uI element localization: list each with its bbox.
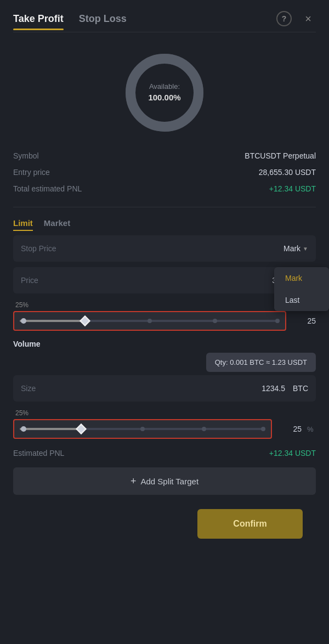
tab-take-profit[interactable]: Take Profit — [13, 13, 64, 30]
slider2-tick-75 — [202, 427, 206, 431]
order-tab-market[interactable]: Market — [44, 218, 70, 231]
price-section: Price 35223.3 L Mark Last — [0, 267, 329, 299]
slider2-diamond-thumb[interactable] — [76, 423, 87, 434]
stop-price-label: Stop Price — [21, 244, 283, 253]
add-split-label: Add Split Target — [140, 477, 198, 486]
size-unit: BTC — [293, 384, 308, 393]
slider1-tick-75 — [213, 319, 217, 323]
slider2-track[interactable] — [13, 419, 272, 439]
entry-price-row: Entry price 28,655.30 USDT — [13, 164, 316, 180]
slider2-value: 25 — [277, 425, 302, 433]
tooltip-wrapper: Qty: 0.001 BTC ≈ 1.23 USDT — [0, 353, 329, 372]
slider2-tick-50 — [140, 427, 145, 431]
estimated-pnl-value: +12.34 USDT — [269, 449, 316, 457]
donut-chart: Available: 100.00% — [121, 49, 208, 137]
slider2-left-thumb — [21, 426, 26, 432]
donut-value: 100.00% — [148, 92, 180, 104]
price-row: Price 35223.3 L — [13, 267, 316, 293]
size-value: 1234.5 — [262, 384, 285, 393]
estimated-pnl-label: Estimated PNL — [13, 449, 64, 457]
total-pnl-label: Total estimated PNL — [13, 184, 82, 193]
volume-label: Volume — [0, 336, 329, 353]
slider1-percent-label: 25% — [15, 301, 316, 309]
symbol-label: Symbol — [13, 151, 39, 160]
mark-last-dropdown: Mark Last — [274, 267, 329, 311]
dropdown-option-last[interactable]: Last — [274, 289, 329, 311]
slider1-track[interactable] — [13, 311, 286, 331]
header: Take Profit Stop Loss ? × — [0, 0, 329, 32]
header-icons: ? × — [276, 11, 316, 32]
donut-center: Available: 100.00% — [148, 82, 180, 103]
entry-price-label: Entry price — [13, 168, 50, 177]
modal-container: Take Profit Stop Loss ? × Available: 100… — [0, 0, 329, 644]
slider1-left-thumb — [21, 318, 26, 324]
size-label: Size — [21, 384, 262, 393]
close-button[interactable]: × — [300, 11, 316, 26]
slider2-row: 25 % — [13, 419, 316, 439]
info-section: Symbol BTCUSDT Perpetual Entry price 28,… — [0, 148, 329, 197]
slider2-fill — [20, 428, 81, 430]
dropdown-option-mark[interactable]: Mark — [274, 267, 329, 289]
slider1-tick-50 — [148, 319, 152, 323]
mark-dropdown-value: Mark — [283, 244, 300, 253]
slider2-unit: % — [307, 425, 316, 433]
section-divider-1 — [13, 207, 316, 207]
help-button[interactable]: ? — [276, 11, 292, 26]
symbol-row: Symbol BTCUSDT Perpetual — [13, 148, 316, 164]
mark-dropdown[interactable]: Mark ▼ — [283, 244, 308, 253]
estimated-pnl-row: Estimated PNL +12.34 USDT — [0, 444, 329, 462]
slider1-tick-100 — [275, 319, 280, 323]
order-tabs: Limit Market — [0, 212, 329, 235]
order-tab-limit[interactable]: Limit — [13, 218, 33, 231]
donut-label: Available: — [148, 82, 180, 92]
plus-icon: + — [131, 476, 137, 487]
volume-tooltip: Qty: 0.001 BTC ≈ 1.23 USDT — [206, 353, 316, 372]
slider2-tick-100 — [261, 427, 265, 431]
size-row: Size 1234.5 BTC — [13, 375, 316, 402]
tooltip-text: Qty: 0.001 BTC ≈ 1.23 USDT — [215, 358, 307, 366]
stop-price-section: Stop Price Mark ▼ — [0, 235, 329, 267]
slider1-row: 25 — [13, 311, 316, 331]
slider1-diamond-thumb[interactable] — [80, 315, 90, 326]
size-section: Size 1234.5 BTC — [0, 375, 329, 407]
slider2-percent-label: 25% — [15, 409, 316, 417]
confirm-button[interactable]: Confirm — [197, 509, 303, 539]
total-pnl-row: Total estimated PNL +12.34 USDT — [13, 180, 316, 197]
total-pnl-value: +12.34 USDT — [269, 184, 316, 193]
symbol-value: BTCUSDT Perpetual — [245, 151, 316, 160]
entry-price-value: 28,655.30 USDT — [259, 168, 316, 177]
slider2-container: 25% 25 % — [0, 407, 329, 444]
slider1-fill — [20, 320, 85, 322]
chevron-down-icon: ▼ — [303, 246, 308, 252]
stop-price-row: Stop Price Mark ▼ — [13, 235, 316, 262]
slider1-value: 25 — [292, 317, 316, 325]
slider2-inner-track — [20, 428, 265, 430]
chart-area: Available: 100.00% — [0, 32, 329, 148]
price-label: Price — [21, 276, 272, 285]
slider1-inner-track — [20, 320, 280, 322]
add-split-button[interactable]: + Add Split Target — [13, 467, 316, 495]
tab-stop-loss[interactable]: Stop Loss — [79, 13, 127, 30]
